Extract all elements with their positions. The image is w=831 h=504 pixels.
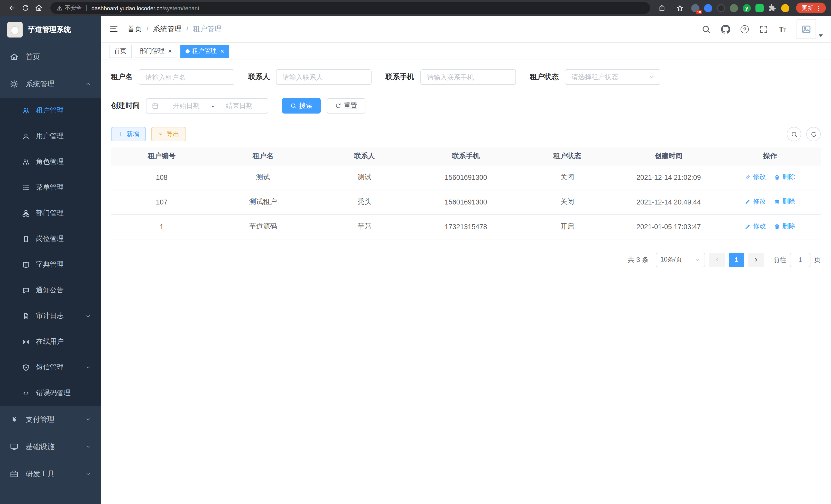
trash-icon xyxy=(774,174,780,180)
phone-input[interactable] xyxy=(420,69,516,85)
column-header: 联系手机 xyxy=(415,147,517,165)
delete-button[interactable]: 删除 xyxy=(774,198,795,206)
browser-back-button[interactable] xyxy=(5,1,19,14)
browser-update-button[interactable]: 更新 ⋮ xyxy=(796,3,826,13)
sidebar-item-pay[interactable]: ¥支付管理 xyxy=(0,406,101,433)
date-range-picker[interactable]: 开始日期 - 结束日期 xyxy=(146,98,268,114)
pagination-total: 共 3 条 xyxy=(628,255,649,264)
extension-icon[interactable] xyxy=(704,4,712,12)
book-icon xyxy=(22,261,30,268)
export-button[interactable]: 导出 xyxy=(151,127,186,141)
sidebar-item-role[interactable]: 角色管理 xyxy=(0,149,101,175)
font-size-icon[interactable]: TT xyxy=(779,25,786,33)
app-logo[interactable]: 芋道管理系统 xyxy=(0,16,101,43)
profile-avatar[interactable] xyxy=(781,4,790,12)
breadcrumb-system[interactable]: 系统管理 xyxy=(153,24,182,34)
tabs-bar: 首页部门管理×租户管理× xyxy=(101,42,831,60)
extension-icon[interactable]: y xyxy=(743,4,751,12)
share-button[interactable] xyxy=(655,1,668,14)
table-row: 108测试测试15601691300关闭2021-12-14 21:02:09修… xyxy=(111,165,821,189)
warning-icon xyxy=(57,5,63,11)
goto-page: 前往 页 xyxy=(773,253,821,267)
sidebar-item-label: 支付管理 xyxy=(26,415,55,424)
extensions-puzzle-icon[interactable] xyxy=(768,4,776,12)
tab-home[interactable]: 首页 xyxy=(109,45,132,58)
extension-badge: 10 xyxy=(696,9,702,14)
prev-page-button[interactable] xyxy=(709,253,725,267)
sidebar-item-label: 字典管理 xyxy=(36,260,64,269)
sidebar-toggle-button[interactable] xyxy=(109,24,119,34)
security-status[interactable]: 不安全 xyxy=(57,4,82,12)
extension-icon[interactable] xyxy=(755,4,764,12)
cell-actions: 修改删除 xyxy=(719,214,821,239)
column-header: 租户编号 xyxy=(111,147,212,165)
bookmark-star-button[interactable] xyxy=(673,1,687,14)
extension-icon[interactable] xyxy=(730,4,738,12)
github-icon[interactable] xyxy=(721,24,730,34)
chevron-down-icon xyxy=(819,34,823,37)
sidebar-item-notice[interactable]: 通知公告 xyxy=(0,277,101,303)
sidebar-item-system[interactable]: 系统管理 xyxy=(0,70,101,98)
extension-icon[interactable] xyxy=(717,4,725,12)
sidebar-item-infra[interactable]: 基础设施 xyxy=(0,433,101,460)
breadcrumb-home[interactable]: 首页 xyxy=(127,24,142,34)
search-icon[interactable] xyxy=(702,24,711,34)
filter-status: 租户状态 请选择租户状态 xyxy=(530,69,660,85)
sidebar-item-audit-log[interactable]: 审计日志 xyxy=(0,303,101,329)
sidebar-item-dev-tools[interactable]: 研发工具 xyxy=(0,460,101,487)
page-number-1[interactable]: 1 xyxy=(729,253,744,267)
search-button[interactable]: 搜索 xyxy=(282,98,321,114)
page-content: 租户名 联系人 联系手机 租户状态 xyxy=(101,60,831,504)
column-header: 租户状态 xyxy=(516,147,618,165)
help-icon[interactable]: ? xyxy=(741,25,749,33)
tab-tenant[interactable]: 租户管理× xyxy=(180,45,229,58)
tenant-status-select[interactable]: 请选择租户状态 xyxy=(565,69,660,85)
breadcrumb: 首页 / 系统管理 / 租户管理 xyxy=(127,24,222,34)
next-page-button[interactable] xyxy=(748,253,764,267)
sidebar-item-online-user[interactable]: 在线用户 xyxy=(0,329,101,355)
delete-button[interactable]: 删除 xyxy=(774,173,795,182)
sidebar-item-dict[interactable]: 字典管理 xyxy=(0,252,101,277)
sidebar-item-dept[interactable]: 部门管理 xyxy=(0,200,101,226)
edit-button[interactable]: 修改 xyxy=(745,198,766,206)
chevron-down-icon xyxy=(85,417,91,422)
sidebar-item-post[interactable]: 岗位管理 xyxy=(0,226,101,252)
sidebar-item-tenant[interactable]: 租户管理 xyxy=(0,98,101,123)
trash-icon xyxy=(774,199,780,205)
avatar xyxy=(797,19,816,39)
user-icon xyxy=(22,132,30,140)
address-bar[interactable]: 不安全 dashboard.yudao.iocoder.cn/system/te… xyxy=(50,2,650,14)
browser-home-button[interactable] xyxy=(32,1,45,14)
tenant-name-input[interactable] xyxy=(139,69,234,85)
chevron-down-icon xyxy=(85,471,91,477)
contact-input[interactable] xyxy=(276,69,372,85)
delete-button[interactable]: 删除 xyxy=(774,222,795,231)
calendar-icon xyxy=(152,102,159,110)
sidebar-item-sms[interactable]: 短信管理 xyxy=(0,355,101,380)
chevron-up-icon xyxy=(85,81,91,87)
extension-icon[interactable]: 10 xyxy=(691,4,699,12)
goto-page-input[interactable] xyxy=(790,253,810,267)
refresh-table-button[interactable] xyxy=(806,127,821,141)
sidebar-item-menu[interactable]: 菜单管理 xyxy=(0,175,101,200)
close-icon[interactable]: × xyxy=(168,48,172,55)
fullscreen-icon[interactable] xyxy=(759,24,769,34)
close-icon[interactable]: × xyxy=(220,48,224,55)
page-size-select[interactable]: 10条/页 xyxy=(656,253,705,267)
sidebar-item-home[interactable]: 首页 xyxy=(0,43,101,70)
edit-button[interactable]: 修改 xyxy=(745,222,766,231)
reset-button[interactable]: 重置 xyxy=(327,98,365,114)
tab-dept[interactable]: 部门管理× xyxy=(135,45,177,58)
edit-button[interactable]: 修改 xyxy=(745,173,766,182)
sidebar-item-user[interactable]: 用户管理 xyxy=(0,123,101,149)
browser-refresh-button[interactable] xyxy=(19,1,32,14)
sidebar-item-label: 首页 xyxy=(26,52,40,61)
update-label: 更新 xyxy=(802,4,813,12)
edit-icon xyxy=(745,174,751,180)
pay-icon: ¥ xyxy=(10,415,19,424)
user-menu[interactable] xyxy=(797,19,823,39)
add-button[interactable]: 新增 xyxy=(111,127,146,141)
toggle-search-button[interactable] xyxy=(787,127,801,141)
sidebar-item-error-code[interactable]: 错误码管理 xyxy=(0,380,101,406)
cell-contact: 芋艿 xyxy=(314,214,415,239)
